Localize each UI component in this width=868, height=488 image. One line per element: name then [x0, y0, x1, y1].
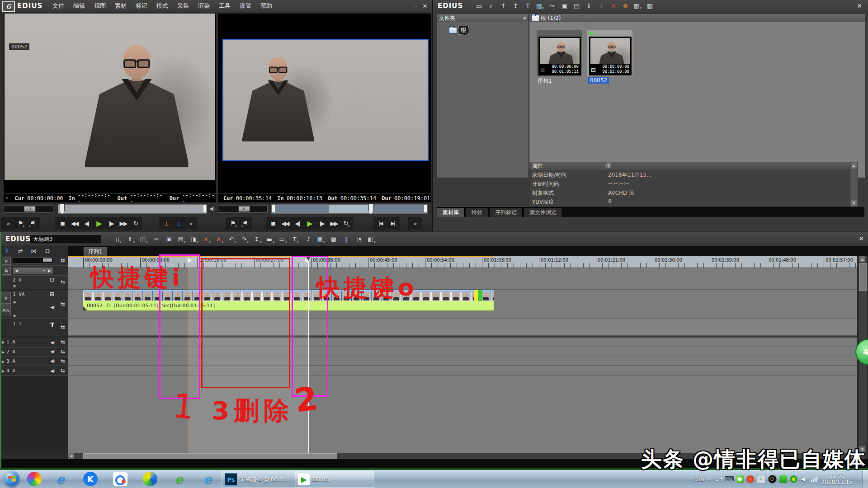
swap-icon[interactable]: ⇆ — [61, 358, 65, 364]
add-file-icon[interactable]: ↥ — [509, 1, 522, 11]
go-to-in-point-icon[interactable]: |◀ — [374, 217, 387, 229]
right-arrow-icon[interactable]: ▶ — [48, 268, 51, 273]
paste-icon[interactable]: ▤ — [571, 1, 583, 11]
tab-素材库[interactable]: 素材库 — [437, 207, 465, 217]
clip-name[interactable]: 序列1 — [538, 77, 552, 85]
expand-icon[interactable]: ▶ — [2, 369, 5, 373]
baidu-netdisk-icon[interactable] — [113, 472, 127, 486]
remove-gap-icon[interactable]: ▬▾ — [265, 234, 276, 245]
wechat-icon[interactable] — [736, 475, 744, 483]
delete-in-out-icon[interactable]: ✕▾ — [214, 234, 225, 245]
menu-item-0[interactable]: 文件 — [48, 0, 69, 12]
sequence-title-field[interactable]: 无标题3 — [30, 235, 101, 244]
speaker-icon[interactable]: ◀) — [51, 305, 54, 310]
slider-handle[interactable] — [238, 206, 250, 212]
loop-playback-icon[interactable]: ↻▾ — [340, 217, 352, 229]
keyboard-icon[interactable]: ⌨ — [726, 475, 733, 483]
language-indicator[interactable]: CH — [714, 476, 722, 482]
set-in-point-icon[interactable]: ⚑▾ — [14, 217, 27, 229]
more-controls-icon[interactable]: » — [2, 217, 14, 229]
stop-icon[interactable]: ■ — [56, 217, 68, 229]
tray-expand-icon[interactable]: » — [708, 477, 711, 482]
chevron-down-icon[interactable]: ▾ — [133, 240, 135, 245]
next-frame-icon[interactable]: |▶ — [105, 217, 117, 229]
paste-icon[interactable]: ▤▾ — [176, 234, 187, 245]
chevron-down-icon[interactable]: ▾ — [542, 6, 544, 11]
recorder-position-slider[interactable] — [271, 204, 428, 214]
property-row[interactable]: 开始时间码--:--:--:-- — [529, 179, 858, 188]
video-mute-button[interactable]: v — [2, 257, 11, 265]
desktop-toolbar-label[interactable]: 桌面 — [693, 475, 704, 483]
next-frame-icon[interactable]: |▶ — [316, 217, 328, 229]
chevron-down-icon[interactable]: ▾ — [222, 240, 223, 245]
search-icon[interactable]: ⌕ — [485, 1, 497, 11]
create-title-icon[interactable]: T — [522, 1, 534, 11]
new-folder-icon[interactable]: ▭ — [473, 1, 485, 11]
ripple-sync-icon[interactable]: ⋈ — [27, 246, 41, 255]
position-pin[interactable] — [60, 204, 65, 214]
copy-icon[interactable]: ▣ — [558, 1, 571, 11]
view-mode-icon[interactable]: ▦▾ — [632, 1, 644, 11]
volume-icon[interactable]: ◀) — [800, 475, 808, 483]
play-icon[interactable]: ▶ — [93, 217, 105, 229]
chevron-down-icon[interactable]: ▾ — [323, 240, 325, 245]
scroll-up-icon[interactable]: ▲ — [859, 256, 865, 262]
marker-options-icon[interactable]: » — [184, 217, 197, 229]
close-button[interactable]: ✕ — [420, 2, 429, 10]
expand-icon[interactable]: ▶ — [14, 314, 16, 318]
snap-magnet-icon[interactable]: Ω — [41, 246, 54, 255]
expand-icon[interactable]: ▶ — [2, 360, 5, 364]
source-volume-slider[interactable] — [4, 205, 53, 213]
stop-icon[interactable]: ■ — [267, 217, 279, 229]
chevron-down-icon[interactable]: ▾ — [374, 240, 376, 245]
property-row[interactable]: 录制日期/时间2018年11月15... — [529, 170, 858, 179]
clip-name[interactable]: 00052 — [588, 77, 609, 84]
volume-red-icon[interactable] — [746, 475, 754, 483]
clip-card[interactable]: 00:00:00:0000:02:00:00⊟ — [587, 30, 632, 76]
add-to-timeline-icon[interactable]: ⇓ — [583, 1, 595, 11]
speaker-icon[interactable]: ◀) — [51, 359, 54, 363]
green-browser-icon[interactable]: e — [172, 472, 186, 486]
menu-item-10[interactable]: 帮助 — [256, 0, 277, 12]
sequence-tab[interactable]: 序列1 — [83, 247, 108, 256]
menu-item-5[interactable]: 模式 — [152, 0, 173, 12]
chevron-down-icon[interactable]: ▾ — [640, 6, 642, 11]
minimize-button[interactable]: — — [410, 2, 420, 10]
tab-序列标记[interactable]: 序列标记 — [489, 207, 523, 217]
track-patch-icon[interactable]: ⇄ — [14, 246, 27, 255]
expand-icon[interactable]: ▶ — [14, 284, 16, 288]
clip-card[interactable]: 00:00:00:0000:01:05:11≡ — [537, 30, 582, 76]
scrollbar-handle[interactable] — [83, 453, 337, 459]
track-header-3a[interactable]: ▶3 A◀)⇆ — [0, 357, 68, 366]
menu-item-7[interactable]: 渲染 — [193, 0, 214, 12]
property-row[interactable]: 封装格式AVCHD 流 — [529, 188, 858, 197]
previous-frame-icon[interactable]: ◀| — [291, 217, 303, 229]
chevron-down-icon[interactable]: ▾ — [146, 240, 148, 245]
tab-特效[interactable]: 特效 — [466, 207, 488, 217]
close-button[interactable]: ✕ — [856, 234, 866, 243]
camera-tray-icon[interactable] — [768, 475, 777, 483]
scrollbar-handle[interactable] — [859, 263, 867, 291]
track-header-1a[interactable]: ▶1 A◀)⇆ — [0, 338, 68, 347]
safety-shield-icon[interactable] — [790, 475, 797, 483]
blue-browser-icon[interactable]: e — [201, 472, 215, 486]
menu-item-8[interactable]: 工具 — [214, 0, 235, 12]
speaker-icon[interactable]: ◀) — [51, 369, 54, 373]
swap-icon[interactable]: ⇆ — [61, 301, 65, 307]
slider-handle[interactable] — [43, 258, 52, 262]
property-row[interactable]: YUV深度8 — [529, 197, 858, 206]
loop-playback-icon[interactable]: ↻ — [129, 217, 142, 229]
rewind-icon[interactable]: ◀◀ — [68, 217, 80, 229]
fast-forward-icon[interactable]: ▶▶ — [328, 217, 340, 229]
tree-item-root[interactable]: 根 — [449, 26, 469, 35]
add-marker-icon[interactable]: ⊥ — [160, 217, 172, 229]
properties-icon[interactable]: ⊛ — [619, 1, 632, 11]
color-correction-icon[interactable]: ▦▾ — [316, 234, 326, 245]
insert-clip-icon[interactable]: ◨▾ — [189, 234, 200, 245]
delete-icon[interactable]: ✕ — [607, 1, 619, 11]
chevron-down-icon[interactable]: ▾ — [297, 240, 299, 245]
swap-icon[interactable]: ⇆ — [61, 279, 65, 285]
chevron-down-icon[interactable]: ▾ — [43, 269, 45, 272]
track-header-2a[interactable]: ▶2 A◀)⇆ — [0, 347, 68, 357]
copy-icon[interactable]: ▣ — [164, 234, 175, 245]
